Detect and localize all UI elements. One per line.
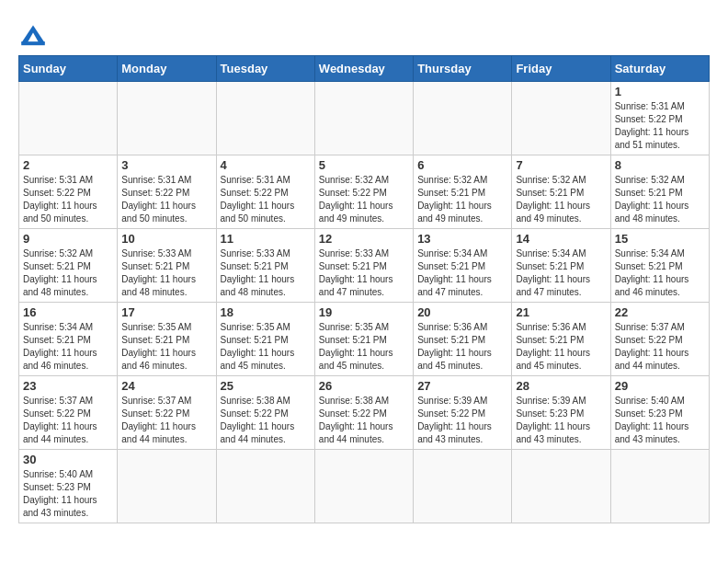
calendar-cell: 21Sunrise: 5:36 AM Sunset: 5:21 PM Dayli… bbox=[512, 303, 610, 376]
calendar-cell: 16Sunrise: 5:34 AM Sunset: 5:21 PM Dayli… bbox=[19, 303, 118, 376]
day-number: 28 bbox=[516, 379, 606, 393]
day-number: 8 bbox=[615, 158, 705, 172]
day-number: 16 bbox=[23, 305, 113, 319]
calendar-cell: 24Sunrise: 5:37 AM Sunset: 5:22 PM Dayli… bbox=[118, 376, 216, 450]
calendar-cell bbox=[512, 450, 610, 523]
day-info: Sunrise: 5:34 AM Sunset: 5:21 PM Dayligh… bbox=[516, 247, 606, 299]
day-header-monday: Monday bbox=[118, 56, 216, 82]
day-number: 20 bbox=[417, 305, 507, 319]
calendar-cell: 26Sunrise: 5:38 AM Sunset: 5:22 PM Dayli… bbox=[314, 376, 413, 450]
day-info: Sunrise: 5:33 AM Sunset: 5:21 PM Dayligh… bbox=[319, 247, 409, 299]
day-info: Sunrise: 5:31 AM Sunset: 5:22 PM Dayligh… bbox=[23, 174, 113, 225]
day-info: Sunrise: 5:32 AM Sunset: 5:21 PM Dayligh… bbox=[516, 174, 606, 225]
day-number: 25 bbox=[221, 379, 311, 393]
day-info: Sunrise: 5:37 AM Sunset: 5:22 PM Dayligh… bbox=[121, 395, 211, 446]
day-number: 17 bbox=[121, 305, 211, 319]
calendar-cell: 6Sunrise: 5:32 AM Sunset: 5:21 PM Daylig… bbox=[414, 155, 512, 229]
day-info: Sunrise: 5:35 AM Sunset: 5:21 PM Dayligh… bbox=[121, 321, 211, 373]
day-header-tuesday: Tuesday bbox=[216, 56, 314, 82]
day-number: 13 bbox=[417, 232, 507, 246]
calendar-week-row: 2Sunrise: 5:31 AM Sunset: 5:22 PM Daylig… bbox=[19, 155, 710, 229]
calendar-week-row: 9Sunrise: 5:32 AM Sunset: 5:21 PM Daylig… bbox=[19, 229, 710, 303]
calendar-cell bbox=[19, 82, 118, 155]
calendar-cell: 3Sunrise: 5:31 AM Sunset: 5:22 PM Daylig… bbox=[118, 155, 216, 229]
day-header-friday: Friday bbox=[512, 56, 610, 82]
day-number: 24 bbox=[121, 379, 211, 393]
calendar-cell: 18Sunrise: 5:35 AM Sunset: 5:21 PM Dayli… bbox=[216, 303, 314, 376]
page-header bbox=[18, 15, 710, 48]
day-info: Sunrise: 5:36 AM Sunset: 5:21 PM Dayligh… bbox=[516, 321, 606, 373]
day-info: Sunrise: 5:35 AM Sunset: 5:21 PM Dayligh… bbox=[221, 321, 311, 373]
day-number: 29 bbox=[615, 379, 705, 393]
day-info: Sunrise: 5:32 AM Sunset: 5:21 PM Dayligh… bbox=[23, 247, 113, 299]
day-info: Sunrise: 5:40 AM Sunset: 5:23 PM Dayligh… bbox=[23, 468, 113, 520]
calendar-cell bbox=[118, 450, 216, 523]
svg-rect-3 bbox=[21, 41, 45, 45]
day-info: Sunrise: 5:37 AM Sunset: 5:22 PM Dayligh… bbox=[615, 321, 705, 373]
calendar-cell: 14Sunrise: 5:34 AM Sunset: 5:21 PM Dayli… bbox=[512, 229, 610, 303]
calendar-table: SundayMondayTuesdayWednesdayThursdayFrid… bbox=[18, 55, 710, 523]
calendar-cell: 27Sunrise: 5:39 AM Sunset: 5:22 PM Dayli… bbox=[414, 376, 512, 450]
day-info: Sunrise: 5:31 AM Sunset: 5:22 PM Dayligh… bbox=[221, 174, 311, 225]
calendar-cell: 29Sunrise: 5:40 AM Sunset: 5:23 PM Dayli… bbox=[610, 376, 709, 450]
day-number: 14 bbox=[516, 232, 606, 246]
day-info: Sunrise: 5:33 AM Sunset: 5:21 PM Dayligh… bbox=[121, 247, 211, 299]
day-number: 11 bbox=[221, 232, 311, 246]
day-number: 1 bbox=[615, 85, 705, 98]
calendar-header-row: SundayMondayTuesdayWednesdayThursdayFrid… bbox=[19, 56, 710, 82]
day-info: Sunrise: 5:31 AM Sunset: 5:22 PM Dayligh… bbox=[121, 174, 211, 225]
day-number: 15 bbox=[615, 232, 705, 246]
day-info: Sunrise: 5:34 AM Sunset: 5:21 PM Dayligh… bbox=[417, 247, 507, 299]
logo bbox=[18, 22, 51, 48]
calendar-cell: 23Sunrise: 5:37 AM Sunset: 5:22 PM Dayli… bbox=[19, 376, 118, 450]
day-header-sunday: Sunday bbox=[19, 56, 118, 82]
calendar-cell bbox=[118, 82, 216, 155]
calendar-week-row: 16Sunrise: 5:34 AM Sunset: 5:21 PM Dayli… bbox=[19, 303, 710, 376]
day-number: 10 bbox=[121, 232, 211, 246]
day-number: 27 bbox=[417, 379, 507, 393]
day-number: 4 bbox=[221, 158, 311, 172]
day-number: 3 bbox=[121, 158, 211, 172]
calendar-week-row: 1Sunrise: 5:31 AM Sunset: 5:22 PM Daylig… bbox=[19, 82, 710, 155]
calendar-cell: 15Sunrise: 5:34 AM Sunset: 5:21 PM Dayli… bbox=[610, 229, 709, 303]
calendar-week-row: 30Sunrise: 5:40 AM Sunset: 5:23 PM Dayli… bbox=[19, 450, 710, 523]
day-info: Sunrise: 5:37 AM Sunset: 5:22 PM Dayligh… bbox=[23, 395, 113, 446]
calendar-cell: 22Sunrise: 5:37 AM Sunset: 5:22 PM Dayli… bbox=[610, 303, 709, 376]
calendar-week-row: 23Sunrise: 5:37 AM Sunset: 5:22 PM Dayli… bbox=[19, 376, 710, 450]
calendar-cell bbox=[610, 450, 709, 523]
day-info: Sunrise: 5:33 AM Sunset: 5:21 PM Dayligh… bbox=[221, 247, 311, 299]
calendar-cell bbox=[414, 82, 512, 155]
calendar-cell: 10Sunrise: 5:33 AM Sunset: 5:21 PM Dayli… bbox=[118, 229, 216, 303]
calendar-cell: 12Sunrise: 5:33 AM Sunset: 5:21 PM Dayli… bbox=[314, 229, 413, 303]
day-number: 2 bbox=[23, 158, 113, 172]
calendar-cell: 4Sunrise: 5:31 AM Sunset: 5:22 PM Daylig… bbox=[216, 155, 314, 229]
calendar-cell: 2Sunrise: 5:31 AM Sunset: 5:22 PM Daylig… bbox=[19, 155, 118, 229]
day-number: 30 bbox=[23, 453, 113, 466]
day-info: Sunrise: 5:32 AM Sunset: 5:21 PM Dayligh… bbox=[417, 174, 507, 225]
day-info: Sunrise: 5:35 AM Sunset: 5:21 PM Dayligh… bbox=[319, 321, 409, 373]
day-number: 19 bbox=[319, 305, 409, 319]
day-info: Sunrise: 5:38 AM Sunset: 5:22 PM Dayligh… bbox=[319, 395, 409, 446]
day-header-saturday: Saturday bbox=[610, 56, 709, 82]
calendar-cell: 1Sunrise: 5:31 AM Sunset: 5:22 PM Daylig… bbox=[610, 82, 709, 155]
calendar-cell: 20Sunrise: 5:36 AM Sunset: 5:21 PM Dayli… bbox=[414, 303, 512, 376]
day-info: Sunrise: 5:38 AM Sunset: 5:22 PM Dayligh… bbox=[221, 395, 311, 446]
calendar-cell: 5Sunrise: 5:32 AM Sunset: 5:22 PM Daylig… bbox=[314, 155, 413, 229]
day-header-wednesday: Wednesday bbox=[314, 56, 413, 82]
calendar-cell bbox=[216, 82, 314, 155]
day-info: Sunrise: 5:34 AM Sunset: 5:21 PM Dayligh… bbox=[23, 321, 113, 373]
calendar-cell: 11Sunrise: 5:33 AM Sunset: 5:21 PM Dayli… bbox=[216, 229, 314, 303]
calendar-cell: 17Sunrise: 5:35 AM Sunset: 5:21 PM Dayli… bbox=[118, 303, 216, 376]
calendar-cell bbox=[314, 450, 413, 523]
calendar-cell: 8Sunrise: 5:32 AM Sunset: 5:21 PM Daylig… bbox=[610, 155, 709, 229]
calendar-cell: 19Sunrise: 5:35 AM Sunset: 5:21 PM Dayli… bbox=[314, 303, 413, 376]
day-number: 7 bbox=[516, 158, 606, 172]
calendar-cell: 28Sunrise: 5:39 AM Sunset: 5:23 PM Dayli… bbox=[512, 376, 610, 450]
day-info: Sunrise: 5:32 AM Sunset: 5:21 PM Dayligh… bbox=[615, 174, 705, 225]
day-info: Sunrise: 5:39 AM Sunset: 5:22 PM Dayligh… bbox=[417, 395, 507, 446]
day-info: Sunrise: 5:31 AM Sunset: 5:22 PM Dayligh… bbox=[615, 100, 705, 152]
calendar-cell bbox=[314, 82, 413, 155]
day-number: 18 bbox=[221, 305, 311, 319]
day-number: 23 bbox=[23, 379, 113, 393]
day-info: Sunrise: 5:40 AM Sunset: 5:23 PM Dayligh… bbox=[615, 395, 705, 446]
